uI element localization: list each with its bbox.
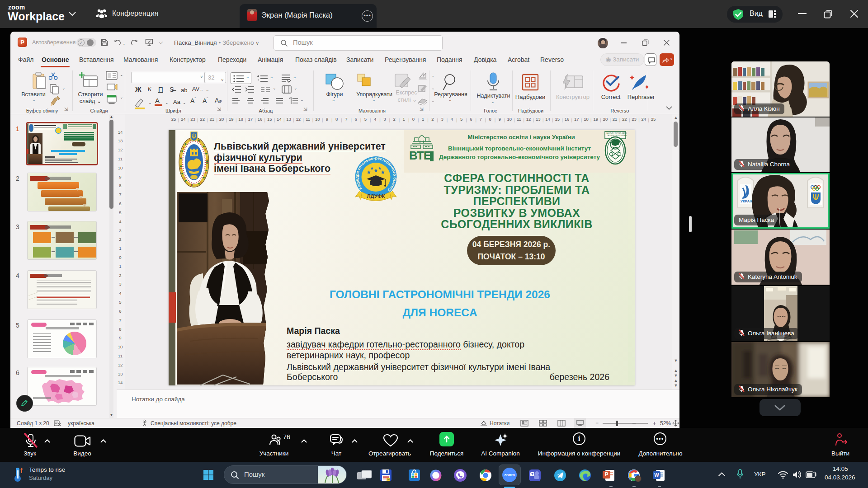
svg-text:64: 64 [387, 478, 390, 481]
svg-text:ЛДУФК: ЛДУФК [367, 193, 386, 199]
svg-text:ТА СФЕРИ ОБСЛУГОВУВАННЯ: ТА СФЕРИ ОБСЛУГОВУВАННЯ [607, 135, 627, 136]
svg-text:ФАКУЛЬТЕТ ТОРГІВЛІ, МАРКЕТИНГУ: ФАКУЛЬТЕТ ТОРГІВЛІ, МАРКЕТИНГУ [606, 132, 627, 134]
